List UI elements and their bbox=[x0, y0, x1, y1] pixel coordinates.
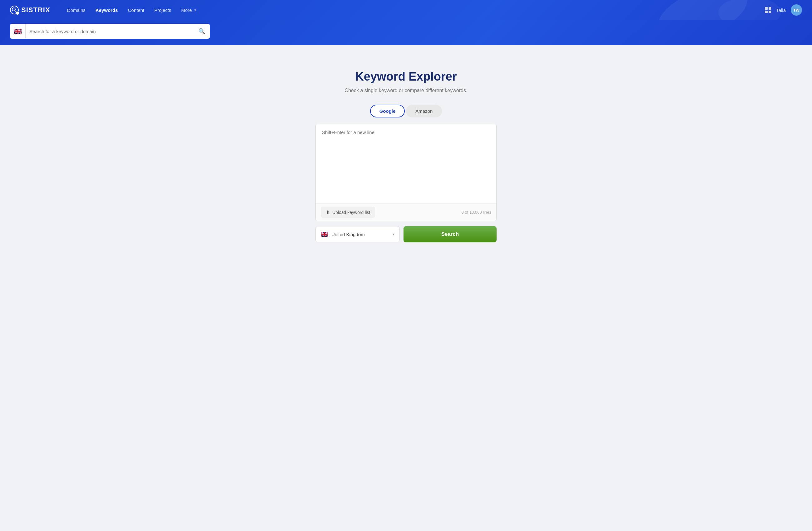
header: SISTRIX Domains Keywords Content Project… bbox=[0, 0, 812, 20]
logo-text: SISTRIX bbox=[21, 6, 50, 14]
chevron-down-icon: ▾ bbox=[194, 8, 196, 12]
top-search-bar: 🔍 bbox=[10, 24, 210, 39]
main-nav: Domains Keywords Content Projects More ▾ bbox=[63, 5, 765, 15]
user-name: Talia bbox=[776, 8, 786, 13]
engine-tabs: Google Amazon bbox=[370, 105, 442, 117]
flag-button[interactable] bbox=[10, 24, 26, 39]
top-search-input[interactable] bbox=[26, 29, 194, 34]
top-search-icon[interactable]: 🔍 bbox=[194, 28, 209, 35]
page-subtitle: Check a single keyword or compare differ… bbox=[345, 88, 467, 94]
bottom-row: United Kingdom ▾ Search bbox=[316, 226, 496, 242]
nav-item-domains[interactable]: Domains bbox=[63, 5, 90, 15]
line-count: 0 of 10,000 lines bbox=[462, 210, 491, 215]
nav-item-more[interactable]: More ▾ bbox=[177, 5, 201, 15]
tab-google[interactable]: Google bbox=[370, 105, 405, 117]
page-title: Keyword Explorer bbox=[355, 70, 456, 83]
logo[interactable]: SISTRIX bbox=[10, 5, 50, 14]
avatar[interactable]: TW bbox=[791, 4, 802, 16]
uk-flag-icon bbox=[14, 29, 21, 34]
upload-icon: ⬆ bbox=[326, 209, 330, 215]
country-label: United Kingdom bbox=[331, 232, 365, 237]
logo-icon bbox=[10, 5, 19, 14]
upload-keyword-button[interactable]: ⬆ Upload keyword list bbox=[321, 207, 375, 218]
grid-icon[interactable] bbox=[765, 7, 771, 13]
tab-amazon[interactable]: Amazon bbox=[406, 105, 442, 117]
svg-line-1 bbox=[15, 11, 17, 12]
nav-item-content[interactable]: Content bbox=[124, 5, 149, 15]
header-right: Talia TW bbox=[765, 4, 802, 16]
keyword-textarea[interactable] bbox=[316, 124, 496, 202]
nav-item-projects[interactable]: Projects bbox=[150, 5, 175, 15]
country-flag-icon bbox=[321, 232, 328, 237]
nav-item-keywords[interactable]: Keywords bbox=[91, 5, 122, 15]
top-search-bar-container: 🔍 bbox=[0, 20, 812, 45]
main-content: Keyword Explorer Check a single keyword … bbox=[0, 45, 812, 261]
chevron-down-icon: ▾ bbox=[393, 232, 394, 236]
keyword-input-box: ⬆ Upload keyword list 0 of 10,000 lines bbox=[316, 124, 496, 221]
country-select[interactable]: United Kingdom ▾ bbox=[316, 226, 400, 242]
search-button[interactable]: Search bbox=[404, 226, 496, 242]
keyword-footer: ⬆ Upload keyword list 0 of 10,000 lines bbox=[316, 203, 496, 221]
